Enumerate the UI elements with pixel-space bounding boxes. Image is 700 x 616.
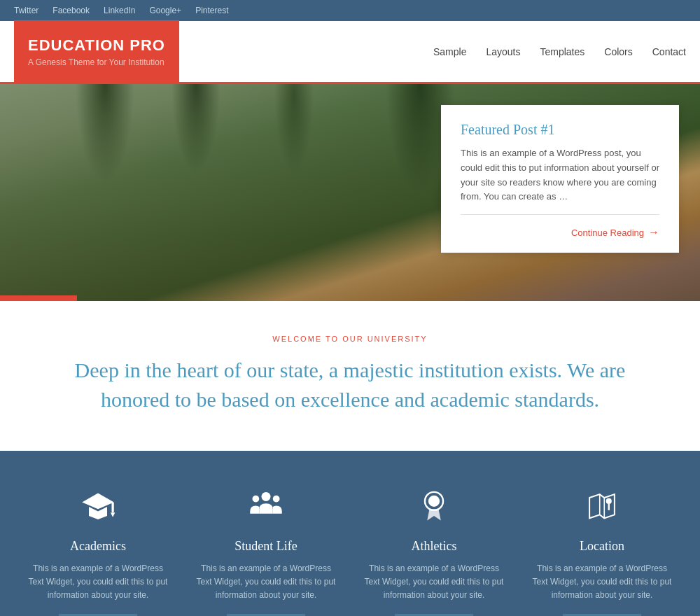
feature-academics-btn[interactable]: READ MORE: [59, 614, 137, 616]
facebook-link[interactable]: Facebook: [52, 6, 90, 15]
svg-rect-2: [112, 503, 114, 513]
features-section: Academics This is an example of a WordPr…: [0, 451, 700, 616]
welcome-section: WELCOME TO OUR UNIVERSITY Deep in the he…: [0, 301, 700, 451]
feature-academics-title: Academics: [28, 539, 168, 554]
nav-contact[interactable]: Contact: [652, 46, 686, 57]
student-life-icon: [245, 486, 287, 528]
feature-academics: Academics This is an example of a WordPr…: [14, 479, 182, 616]
feature-academics-desc: This is an example of a WordPress Text W…: [28, 562, 168, 603]
arrow-icon: →: [648, 226, 659, 239]
featured-card-title: Featured Post #1: [461, 122, 659, 138]
graduation-cap-icon: [77, 486, 119, 528]
svg-point-4: [262, 492, 271, 501]
feature-athletics: ★ Athletics This is an example of a Word…: [350, 479, 518, 616]
svg-marker-3: [111, 512, 115, 517]
googleplus-link[interactable]: Google+: [149, 6, 181, 15]
twitter-link[interactable]: Twitter: [14, 6, 38, 15]
welcome-label: WELCOME TO OUR UNIVERSITY: [56, 335, 644, 343]
feature-student-life-desc: This is an example of a WordPress Text W…: [196, 562, 336, 603]
feature-location-btn[interactable]: READ MORE: [563, 614, 641, 616]
linkedin-link[interactable]: LinkedIn: [104, 6, 135, 15]
feature-location-desc: This is an example of a WordPress Text W…: [532, 562, 672, 603]
feature-student-life-btn[interactable]: READ MORE: [227, 614, 305, 616]
svg-text:★: ★: [430, 497, 438, 505]
feature-athletics-btn[interactable]: READ MORE: [395, 614, 473, 616]
continue-reading-label: Continue Reading: [571, 227, 644, 238]
featured-card: Featured Post #1 This is an example of a…: [441, 105, 679, 253]
feature-location: Location This is an example of a WordPre…: [518, 479, 686, 616]
top-bar: Twitter Facebook LinkedIn Google+ Pinter…: [0, 0, 700, 21]
card-divider: [461, 214, 659, 215]
feature-location-title: Location: [532, 539, 672, 554]
main-nav: Sample Layouts Templates Colors Contact: [433, 46, 686, 57]
hero-section: Featured Post #1 This is an example of a…: [0, 84, 700, 301]
feature-athletics-title: Athletics: [364, 539, 504, 554]
featured-card-body: This is an example of a WordPress post, …: [461, 146, 659, 204]
svg-marker-0: [82, 493, 114, 510]
athletics-icon: ★: [413, 486, 455, 528]
pinterest-link[interactable]: Pinterest: [195, 6, 228, 15]
site-title: EDUCATION PRO: [28, 36, 165, 55]
site-logo: EDUCATION PRO A Genesis Theme for Your I…: [14, 20, 179, 83]
feature-student-life: Student Life This is an example of a Wor…: [182, 479, 350, 616]
location-icon: [581, 486, 623, 528]
svg-point-6: [273, 496, 280, 503]
nav-layouts[interactable]: Layouts: [486, 46, 520, 57]
nav-sample[interactable]: Sample: [433, 46, 466, 57]
feature-student-life-title: Student Life: [196, 539, 336, 554]
site-header: EDUCATION PRO A Genesis Theme for Your I…: [0, 21, 700, 84]
hero-bottom-bar: [0, 295, 77, 301]
svg-point-5: [253, 496, 260, 503]
feature-athletics-desc: This is an example of a WordPress Text W…: [364, 562, 504, 603]
site-subtitle: A Genesis Theme for Your Institution: [28, 57, 165, 67]
svg-point-12: [606, 498, 612, 504]
nav-templates[interactable]: Templates: [540, 46, 584, 57]
nav-colors[interactable]: Colors: [604, 46, 632, 57]
welcome-text: Deep in the heart of our state, a majest…: [56, 356, 644, 414]
continue-reading-link[interactable]: Continue Reading →: [461, 226, 659, 239]
